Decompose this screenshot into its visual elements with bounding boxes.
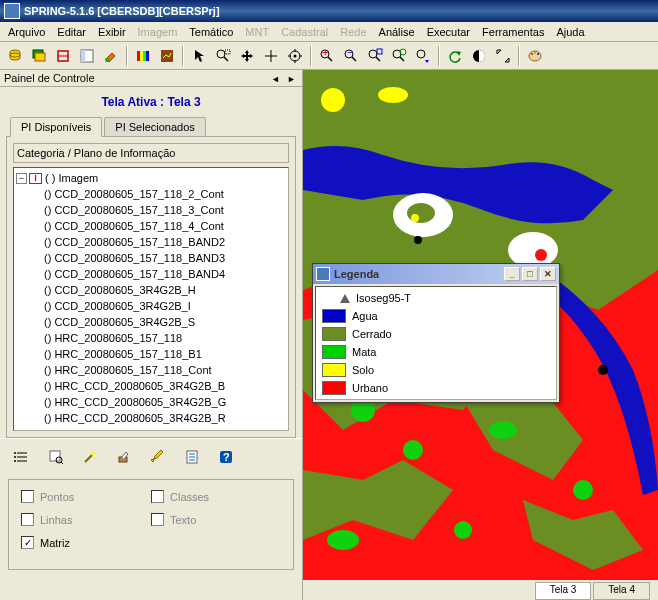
wizard-button[interactable] <box>78 445 102 469</box>
svg-rect-9 <box>137 51 140 61</box>
svg-point-31 <box>369 50 377 58</box>
panel-right-arrow[interactable]: ► <box>285 74 298 84</box>
tree-item[interactable]: () CCD_20080605_3R4G2B_S <box>44 314 286 330</box>
tree-item[interactable]: () CCD_20080605_157_118_2_Cont <box>44 186 286 202</box>
panel-sub-toolbar: ? <box>0 438 302 475</box>
menu-cadastral[interactable]: Cadastral <box>275 24 334 40</box>
refresh-button[interactable] <box>444 45 466 67</box>
legend-item[interactable]: Mata <box>318 343 554 361</box>
target-button[interactable] <box>284 45 306 67</box>
window-title: SPRING-5.1.6 [CBERSDB][CBERSPrj] <box>24 5 220 17</box>
svg-line-35 <box>400 57 404 61</box>
panel-left-arrow[interactable]: ◄ <box>269 74 282 84</box>
bottom-tab-tela3[interactable]: Tela 3 <box>535 582 592 600</box>
info-button[interactable] <box>260 45 282 67</box>
menu-executar[interactable]: Executar <box>421 24 476 40</box>
tree-item[interactable]: () HRC_CCD_20080605_3R4G2B_R <box>44 410 286 426</box>
expand-button[interactable] <box>492 45 514 67</box>
zoom-fit-button[interactable] <box>364 45 386 67</box>
tree-item[interactable]: () HRC_CCD_20080605_3R4G2B_G <box>44 394 286 410</box>
table-search-button[interactable] <box>44 445 68 469</box>
svg-point-69 <box>489 421 517 439</box>
svg-point-61 <box>407 203 435 223</box>
paint-button[interactable] <box>100 45 122 67</box>
svg-point-62 <box>411 214 419 222</box>
pan-button[interactable] <box>236 45 258 67</box>
tab-pi-disponiveis[interactable]: PI Disponíveis <box>10 117 102 137</box>
check-texto[interactable]: Texto <box>151 513 281 526</box>
model-button[interactable] <box>52 45 74 67</box>
menu-rede[interactable]: Rede <box>334 24 372 40</box>
check-linhas[interactable]: Linhas <box>21 513 151 526</box>
category-icon: I <box>29 173 42 184</box>
zoom-prev-button[interactable] <box>412 45 434 67</box>
legend-label: Mata <box>352 346 376 358</box>
palette-button[interactable] <box>524 45 546 67</box>
legend-window[interactable]: Legenda _ □ ✕ Isoseg95-T AguaCerradoMata… <box>312 263 560 403</box>
edit-button[interactable] <box>112 445 136 469</box>
database-button[interactable] <box>4 45 26 67</box>
list-button[interactable] <box>10 445 34 469</box>
zoom-pi-button[interactable] <box>388 45 410 67</box>
tree-item[interactable]: () CCD_20080605_157_118_BAND2 <box>44 234 286 250</box>
tree-item[interactable]: () CCD_20080605_157_118_3_Cont <box>44 202 286 218</box>
legend-item[interactable]: Cerrado <box>318 325 554 343</box>
colormap-button[interactable] <box>132 45 154 67</box>
layers-button[interactable] <box>28 45 50 67</box>
tab-pi-selecionados[interactable]: PI Selecionados <box>104 117 206 136</box>
pointer-button[interactable] <box>188 45 210 67</box>
tree-collapse-imagem[interactable]: − <box>16 173 27 184</box>
tree-item[interactable]: () HRC_20080605_157_118_B1 <box>44 346 286 362</box>
legend-minimize-button[interactable]: _ <box>504 267 520 281</box>
legend-swatch <box>322 381 346 395</box>
tree-item[interactable]: () CCD_20080605_157_118_BAND4 <box>44 266 286 282</box>
svg-rect-49 <box>50 451 60 461</box>
menu-exibir[interactable]: Exibir <box>92 24 132 40</box>
legend-maximize-button[interactable]: □ <box>522 267 538 281</box>
tree-item[interactable]: () HRC_CCD_20080605_3R4G2B_B <box>44 378 286 394</box>
check-classes[interactable]: Classes <box>151 490 281 503</box>
report-button[interactable] <box>180 445 204 469</box>
help-button[interactable]: ? <box>214 445 238 469</box>
check-pontos[interactable]: Pontos <box>21 490 151 503</box>
bottom-tab-tela4[interactable]: Tela 4 <box>593 582 650 600</box>
pencil-button[interactable] <box>146 445 170 469</box>
menu-imagem[interactable]: Imagem <box>132 24 184 40</box>
panel-button[interactable] <box>76 45 98 67</box>
main-toolbar: + − <box>0 42 658 70</box>
tree-item[interactable]: () Isoseg95 <box>44 426 286 431</box>
legend-item[interactable]: Agua <box>318 307 554 325</box>
tree-cat-imagem[interactable]: ( ) Imagem <box>45 172 98 184</box>
zoom-in-rect-button[interactable] <box>212 45 234 67</box>
menu-arquivo[interactable]: Arquivo <box>2 24 51 40</box>
contrast-button[interactable] <box>468 45 490 67</box>
pi-tree[interactable]: − I ( ) Imagem () CCD_20080605_157_118_2… <box>13 167 289 431</box>
legend-titlebar[interactable]: Legenda _ □ ✕ <box>313 264 559 284</box>
svg-point-48 <box>14 460 16 462</box>
tree-item[interactable]: () CCD_20080605_3R4G2B_I <box>44 298 286 314</box>
legend-item[interactable]: Urbano <box>318 379 554 397</box>
tree-item[interactable]: () CCD_20080605_157_118_BAND3 <box>44 250 286 266</box>
menu-ajuda[interactable]: Ajuda <box>550 24 590 40</box>
check-matriz[interactable]: ✓Matriz <box>21 536 151 549</box>
legend-close-button[interactable]: ✕ <box>540 267 556 281</box>
control-panel: Painel de Controle ◄ ► Tela Ativa : Tela… <box>0 70 303 600</box>
tree-item[interactable]: () CCD_20080605_3R4G2B_H <box>44 282 286 298</box>
menu-analise[interactable]: Análise <box>373 24 421 40</box>
tree-item[interactable]: () HRC_20080605_157_118_Cont <box>44 362 286 378</box>
legend-item[interactable]: Solo <box>318 361 554 379</box>
svg-point-47 <box>14 456 16 458</box>
zoom-plus-button[interactable]: + <box>316 45 338 67</box>
map-button[interactable] <box>156 45 178 67</box>
legend-root[interactable]: Isoseg95-T <box>318 289 554 307</box>
tree-item[interactable]: () CCD_20080605_157_118_4_Cont <box>44 218 286 234</box>
tree-item[interactable]: () HRC_20080605_157_118 <box>44 330 286 346</box>
svg-point-65 <box>321 88 345 112</box>
svg-text:+: + <box>322 48 328 58</box>
legend-swatch <box>322 327 346 341</box>
menu-editar[interactable]: Editar <box>51 24 92 40</box>
zoom-minus-button[interactable]: − <box>340 45 362 67</box>
menu-mnt[interactable]: MNT <box>239 24 275 40</box>
menu-ferramentas[interactable]: Ferramentas <box>476 24 550 40</box>
menu-tematico[interactable]: Temático <box>183 24 239 40</box>
